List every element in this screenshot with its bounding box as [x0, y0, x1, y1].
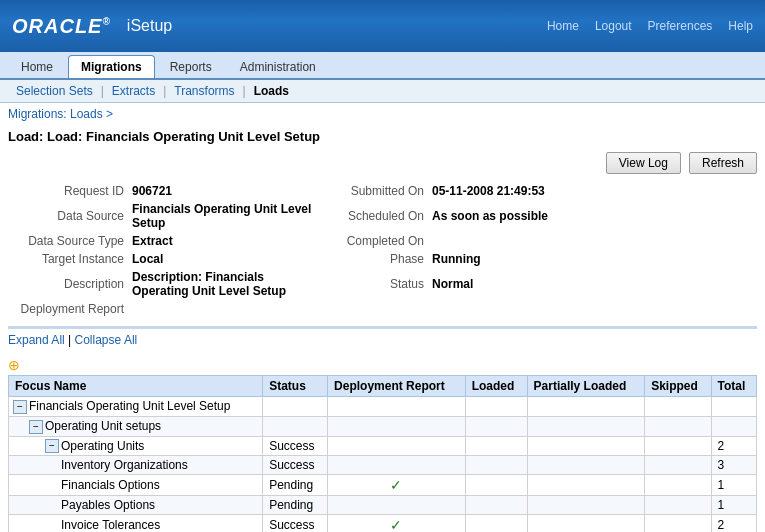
status-cell: Pending [263, 496, 328, 515]
focus-name-cell: −Operating Unit setups [9, 416, 263, 436]
partially-loaded-cell [527, 416, 645, 436]
focus-name-cell: Inventory Organizations [9, 456, 263, 475]
data-source-type-label: Data Source Type [8, 232, 128, 250]
loaded-cell [465, 475, 527, 496]
focus-name-text: Operating Units [61, 439, 144, 453]
expand-collapse-bar: Expand All | Collapse All [8, 329, 757, 351]
breadcrumb-link[interactable]: Migrations: Loads > [8, 107, 113, 121]
checkmark-icon: ✓ [390, 517, 402, 532]
oracle-logo: ORACLE® [12, 15, 111, 38]
col-focus-name: Focus Name [9, 376, 263, 397]
status-cell: Success [263, 515, 328, 532]
col-loaded: Loaded [465, 376, 527, 397]
skipped-cell [645, 515, 711, 532]
partially-loaded-cell [527, 515, 645, 532]
table-row: Financials OptionsPending✓1 [9, 475, 757, 496]
partially-loaded-cell [527, 436, 645, 456]
skipped-cell [645, 456, 711, 475]
status-cell [263, 397, 328, 417]
data-source-label: Data Source [8, 200, 128, 232]
loaded-cell [465, 456, 527, 475]
tab-bar: Home Migrations Reports Administration [0, 52, 765, 80]
icon-row: ⊕ [8, 355, 757, 375]
deployment-report-cell: ✓ [328, 515, 466, 532]
collapse-icon[interactable]: − [45, 439, 59, 453]
deployment-report-cell [328, 436, 466, 456]
tab-reports[interactable]: Reports [157, 55, 225, 78]
total-cell [711, 397, 756, 417]
tab-administration[interactable]: Administration [227, 55, 329, 78]
partially-loaded-cell [527, 475, 645, 496]
col-total: Total [711, 376, 756, 397]
deployment-report-cell: ✓ [328, 475, 466, 496]
focus-name-cell: −Operating Units [9, 436, 263, 456]
status-cell [263, 416, 328, 436]
home-link[interactable]: Home [547, 19, 579, 33]
target-instance-label: Target Instance [8, 250, 128, 268]
data-source-type-value: Extract [128, 232, 328, 250]
view-log-button[interactable]: View Log [606, 152, 681, 174]
oracle-logo-text: ORACLE® [12, 15, 111, 38]
scheduled-on-label: Scheduled On [328, 200, 428, 232]
header-nav: Home Logout Preferences Help [547, 19, 753, 33]
sub-nav: Selection Sets | Extracts | Transforms |… [0, 80, 765, 103]
total-cell: 2 [711, 436, 756, 456]
refresh-button[interactable]: Refresh [689, 152, 757, 174]
partially-loaded-cell [527, 496, 645, 515]
collapse-all-link[interactable]: Collapse All [75, 333, 138, 347]
phase-label: Phase [328, 250, 428, 268]
breadcrumb: Migrations: Loads > [0, 103, 765, 125]
focus-name-cell: Payables Options [9, 496, 263, 515]
table-row: −Operating UnitsSuccess2 [9, 436, 757, 456]
tab-migrations[interactable]: Migrations [68, 55, 155, 78]
help-link[interactable]: Help [728, 19, 753, 33]
expand-all-link[interactable]: Expand All [8, 333, 65, 347]
preferences-link[interactable]: Preferences [648, 19, 713, 33]
focus-name-text: Inventory Organizations [61, 458, 188, 472]
loaded-cell [465, 397, 527, 417]
loaded-cell [465, 416, 527, 436]
partially-loaded-cell [527, 397, 645, 417]
loaded-cell [465, 515, 527, 532]
skipped-cell [645, 475, 711, 496]
details-table: Request ID 906721 Submitted On 05-11-200… [8, 182, 757, 318]
deployment-report-value [128, 300, 757, 318]
collapse-icon[interactable]: − [13, 400, 27, 414]
description-label: Description [8, 268, 128, 300]
table-row: −Operating Unit setups [9, 416, 757, 436]
request-id-label: Request ID [8, 182, 128, 200]
subnav-transforms[interactable]: Transforms [166, 84, 242, 98]
status-value: Normal [428, 268, 757, 300]
target-instance-value: Local [128, 250, 328, 268]
loaded-cell [465, 436, 527, 456]
logout-link[interactable]: Logout [595, 19, 632, 33]
app-header: ORACLE® iSetup Home Logout Preferences H… [0, 0, 765, 52]
subnav-loads[interactable]: Loads [246, 84, 297, 98]
focus-name-text: Invoice Tolerances [61, 518, 160, 532]
status-cell: Success [263, 456, 328, 475]
completed-on-value [428, 232, 757, 250]
skipped-cell [645, 397, 711, 417]
checkmark-icon: ✓ [390, 477, 402, 493]
total-cell: 1 [711, 496, 756, 515]
partially-loaded-cell [527, 456, 645, 475]
focus-name-text: Financials Operating Unit Level Setup [29, 399, 230, 413]
table-row: Payables OptionsPending1 [9, 496, 757, 515]
focus-name-text: Financials Options [61, 478, 160, 492]
skipped-cell [645, 416, 711, 436]
page-title: Load: Load: Financials Operating Unit Le… [0, 125, 765, 152]
tab-home[interactable]: Home [8, 55, 66, 78]
total-cell: 2 [711, 515, 756, 532]
phase-value: Running [428, 250, 757, 268]
add-icon[interactable]: ⊕ [8, 357, 20, 373]
description-value: Description: Financials Operating Unit L… [128, 268, 328, 300]
scheduled-on-value: As soon as possible [428, 200, 757, 232]
subnav-selection-sets[interactable]: Selection Sets [8, 84, 101, 98]
main-content: View Log Refresh Request ID 906721 Submi… [0, 152, 765, 532]
collapse-icon[interactable]: − [29, 420, 43, 434]
subnav-extracts[interactable]: Extracts [104, 84, 163, 98]
focus-name-text: Operating Unit setups [45, 419, 161, 433]
deployment-report-cell [328, 397, 466, 417]
total-cell: 1 [711, 475, 756, 496]
total-cell: 3 [711, 456, 756, 475]
